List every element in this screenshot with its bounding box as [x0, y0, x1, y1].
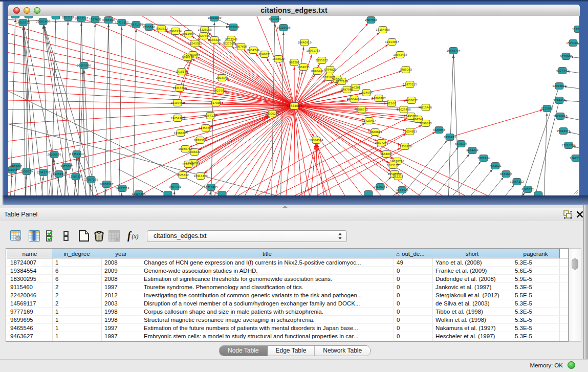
- cell-year: 2012: [104, 291, 140, 299]
- table-mode-icon[interactable]: [10, 230, 22, 242]
- graph-edge-selected[interactable]: [294, 106, 295, 195]
- column-header-title[interactable]: title: [141, 249, 394, 258]
- column-header-year[interactable]: year: [101, 249, 141, 258]
- graph-node-label: 7357224: [227, 26, 240, 29]
- graph-node-label: 7663822: [156, 27, 168, 30]
- column-header-name[interactable]: name: [7, 249, 53, 258]
- cell-name: 18300295: [10, 275, 52, 283]
- graph-edge-selected[interactable]: [8, 106, 294, 181]
- splitter-grip-icon[interactable]: [282, 206, 288, 208]
- graph-edge[interactable]: [453, 51, 460, 195]
- edge-arrowhead: [282, 32, 285, 35]
- graph-edge-selected[interactable]: [8, 106, 294, 125]
- graph-node-label: 1853061: [10, 165, 23, 168]
- table-row[interactable]: 1456911722003Disruption of a novel membe…: [6, 299, 568, 308]
- graph-node-label: 17957255: [84, 178, 98, 181]
- table-row[interactable]: 1830029562008Estimation of significance …: [6, 275, 568, 283]
- cell-out_de: 0: [397, 291, 432, 299]
- graph-node-label: 12093872: [552, 84, 566, 87]
- table-row[interactable]: 1938455462009Genome-wide association stu…: [6, 267, 568, 275]
- graph-edge[interactable]: [543, 108, 547, 195]
- cell-name: 9699695: [10, 316, 52, 324]
- graph-node-label: 14055712: [16, 21, 30, 24]
- node-table[interactable]: namein_degreeyeartitleout_de...shortpage…: [6, 248, 569, 342]
- resize-grip-icon[interactable]: [573, 189, 579, 195]
- graph-edge[interactable]: [448, 51, 453, 195]
- table-row[interactable]: 969969511998Structural magnetic resonanc…: [6, 316, 568, 324]
- cell-title: Investigating the contribution of common…: [144, 291, 393, 299]
- graph-node-label: 16914479: [193, 174, 208, 178]
- graph-edge-selected[interactable]: [294, 106, 411, 116]
- show-columns-icon[interactable]: [29, 230, 40, 242]
- tab-edge-table[interactable]: Edge Table: [268, 346, 315, 356]
- close-panel-icon[interactable]: [576, 211, 583, 218]
- rows-icon[interactable]: [63, 230, 75, 242]
- graph-edge[interactable]: [437, 166, 495, 195]
- edge-arrowhead: [213, 23, 215, 25]
- cell-short: Franke et al. (2009): [435, 267, 511, 275]
- column-header-short[interactable]: short: [432, 249, 512, 258]
- cell-title: Structural magnetic resonance image aver…: [144, 316, 393, 324]
- new-column-icon[interactable]: [78, 230, 90, 242]
- select-all-icon[interactable]: [46, 230, 58, 242]
- table-row[interactable]: 946554611997Estimation of the future num…: [6, 324, 568, 332]
- graph-node[interactable]: [534, 192, 542, 196]
- graph-node[interactable]: [52, 16, 60, 19]
- graph-node[interactable]: [25, 16, 33, 18]
- graph-edge[interactable]: [92, 19, 95, 195]
- memory-status-icon[interactable]: [568, 361, 575, 369]
- column-header-pagerank[interactable]: pagerank: [512, 249, 560, 258]
- graph-node-label: 9684067: [380, 152, 393, 156]
- float-panel-icon[interactable]: [563, 210, 573, 219]
- cell-in_degree: 2: [55, 283, 101, 291]
- graph-edge-selected[interactable]: [450, 108, 547, 137]
- graph-edge-selected[interactable]: [316, 140, 327, 195]
- graph-edge-selected[interactable]: [8, 28, 294, 106]
- table-row[interactable]: 2242004622012Investigating the contribut…: [6, 291, 568, 299]
- table-row[interactable]: 977716911998Corpus callosum shape and si…: [6, 308, 568, 316]
- combobox-stepper-icon[interactable]: [338, 232, 342, 240]
- graph-edge[interactable]: [447, 174, 506, 195]
- graph-node[interactable]: [164, 191, 172, 196]
- table-row[interactable]: 946362711997Embryonic stem cells: a mode…: [6, 332, 568, 340]
- graph-node-label: 7625402: [177, 173, 189, 177]
- table-row[interactable]: 911546021997Tourette syndrome. Phenomeno…: [6, 283, 568, 291]
- delete-columns-icon[interactable]: [94, 230, 105, 242]
- table-row[interactable]: 1872400712008Changes of HCN gene express…: [6, 258, 568, 267]
- graph-node-label: 19654985: [170, 117, 184, 120]
- graph-edge-selected[interactable]: [178, 55, 193, 103]
- graph-node-label: 17359914: [70, 152, 84, 156]
- cell-short: Tibbo et al. (1998): [435, 308, 511, 316]
- graph-edge[interactable]: [108, 20, 112, 195]
- column-header-in_degree[interactable]: in_degree: [52, 249, 102, 258]
- graph-node-label: 1362615: [297, 65, 310, 69]
- scrollbar-thumb[interactable]: [572, 258, 578, 270]
- graph-edge[interactable]: [469, 189, 528, 195]
- graph-edge[interactable]: [211, 18, 214, 195]
- graph-edge[interactable]: [458, 182, 517, 195]
- delete-table-icon[interactable]: [108, 230, 120, 242]
- graph-edge-selected[interactable]: [8, 106, 294, 110]
- graph-edge[interactable]: [133, 25, 136, 195]
- graph-node-label: 2687682: [365, 18, 377, 21]
- graph-node-label: 7485063: [400, 68, 412, 71]
- graph-node-label: 6679197: [455, 142, 467, 145]
- network-canvas[interactable]: 1405571220691406205312710653267152760264…: [8, 16, 579, 195]
- graph-node[interactable]: [364, 191, 373, 196]
- graph-node-label: 16543382: [188, 42, 202, 45]
- function-builder-icon[interactable]: f(x): [127, 230, 139, 242]
- graph-edge-selected[interactable]: [294, 106, 335, 195]
- graph-node-label: 19166825: [173, 132, 187, 135]
- graph-edge-selected[interactable]: [201, 114, 272, 176]
- network-graph[interactable]: 1405571220691406205312710653267152760264…: [8, 16, 579, 195]
- graph-node[interactable]: [11, 16, 19, 18]
- cell-out_de: 49: [397, 258, 432, 267]
- column-header-out_de[interactable]: out_de...: [394, 249, 433, 258]
- graph-edge[interactable]: [104, 20, 108, 195]
- graph-node[interactable]: [218, 191, 226, 196]
- graph-node-label: 1733426: [396, 188, 409, 191]
- graph-node-label: 7632621: [489, 164, 502, 167]
- tab-node-table[interactable]: Node Table: [220, 346, 268, 356]
- tab-network-table[interactable]: Network Table: [315, 346, 370, 356]
- cell-short: Hescheler et al. (1997): [435, 332, 511, 340]
